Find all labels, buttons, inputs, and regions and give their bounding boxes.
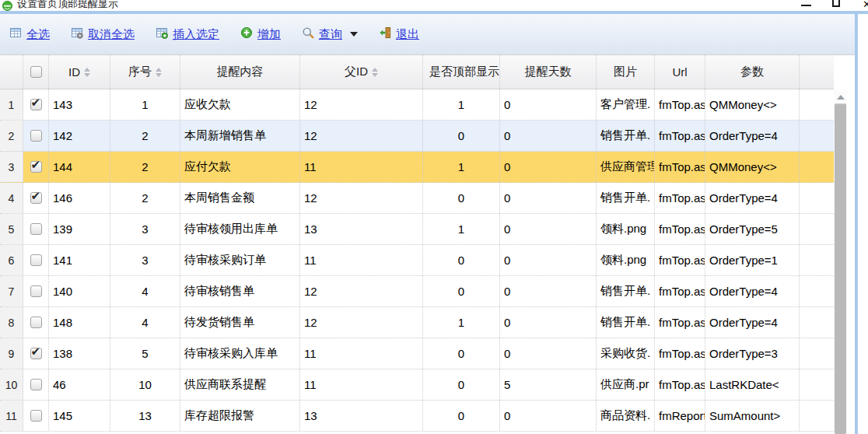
scrollbar-thumb[interactable] [835,103,846,434]
table-body: 11431应收欠款1210客户管理.fmTop.asQMMoney<>21422… [0,89,834,432]
cell-content: 供应商联系提醒 [180,369,300,400]
cell-filler [800,183,834,213]
row-number: 7 [0,276,23,306]
cell-url: fmTop.as [655,369,705,400]
row-checkbox[interactable] [30,223,42,235]
cell-top-show: 0 [423,121,500,151]
row-number: 3 [0,152,23,182]
cell-params: OrderType=3 [705,338,800,369]
cell-filler [800,369,834,400]
insert-selected-button[interactable]: 插入选定 [156,26,219,42]
unselect-all-button[interactable]: 取消全选 [71,26,135,42]
cell-url: fmTop.as [655,214,705,244]
cell-url: fmTop.as [655,183,705,213]
cell-seq: 2 [110,183,180,213]
cell-checkbox [23,152,49,182]
table-row[interactable]: 91385待审核采购入库单1100采购收货.fmTop.asOrderType=… [0,338,834,369]
toolbar: 全选 取消全选 插入选定 [0,14,868,54]
cell-remind-days: 0 [500,338,597,369]
cell-top-show: 0 [423,183,500,213]
header-url-label: Url [672,65,687,79]
header-checkbox-cell [23,55,49,89]
cell-id: 146 [49,183,110,213]
header-url[interactable]: Url [655,55,705,89]
header-params-label: 参数 [740,65,764,79]
row-checkbox[interactable] [30,379,42,390]
close-button[interactable]: ✕ [863,0,868,10]
cell-checkbox [23,307,49,338]
row-checkbox[interactable] [30,410,42,422]
header-remind-days[interactable]: 提醒天数 [500,55,597,89]
header-parent-id[interactable]: 父ID [300,55,423,89]
add-button[interactable]: 增加 [240,26,281,42]
row-checkbox[interactable] [30,317,42,328]
row-checkbox[interactable] [30,130,42,142]
cell-top-show: 0 [423,276,500,306]
cell-content: 待审核销售单 [180,276,300,306]
cell-image: 销售开单. [597,121,655,151]
table-row[interactable]: 31442应付欠款1110供应商管理fmTop.asQMMoney<> [0,152,834,183]
scroll-up-button[interactable] [834,90,847,103]
cell-id: 144 [49,152,110,182]
minimize-button[interactable] [801,5,811,6]
header-image[interactable]: 图片 [597,55,655,89]
cell-top-show: 1 [423,89,500,120]
cell-seq: 2 [110,152,180,182]
query-button[interactable]: 查询 [302,26,358,42]
cell-params: OrderType=4 [705,183,800,213]
window-outside-area [858,14,868,434]
table-row[interactable]: 81484待发货销售单1210销售开单.fmTop.asOrderType=4 [0,307,834,338]
cell-parent-id: 12 [300,121,423,151]
cell-image: 商品资料. [597,401,655,431]
vertical-scrollbar[interactable] [834,90,847,434]
cell-url: fmTop.as [655,121,705,151]
cell-image: 客户管理. [597,89,655,120]
select-all-checkbox[interactable] [30,66,42,78]
cell-id: 145 [49,401,110,431]
table-row[interactable]: 51393待审核领用出库单1310领料.pngfmTop.asOrderType… [0,214,834,245]
exit-button[interactable]: 退出 [379,26,419,42]
table-row[interactable]: 11431应收欠款1210客户管理.fmTop.asQMMoney<> [0,89,834,121]
table-row[interactable]: 104610供应商联系提醒1105供应商.prfmTop.asLastRKDat… [0,369,834,401]
cell-url: fmTop.as [655,245,705,275]
header-id[interactable]: ID [49,55,110,89]
header-image-label: 图片 [614,65,637,79]
row-checkbox[interactable] [30,285,42,297]
cell-content: 待审核采购订单 [180,245,300,275]
exit-door-icon [379,26,391,42]
table-row[interactable]: 71404待审核销售单1200销售开单.fmTop.asOrderType=4 [0,276,834,307]
cell-image: 采购收货. [597,338,655,369]
cell-remind-days: 0 [500,89,597,120]
cell-content: 应收欠款 [180,89,300,120]
select-all-button[interactable]: 全选 [9,26,50,42]
cell-checkbox [23,214,49,244]
row-number: 4 [0,183,23,213]
cell-seq: 10 [110,369,180,400]
row-number: 1 [0,89,23,120]
cell-parent-id: 11 [300,245,423,275]
cell-image: 供应商管理 [597,152,655,182]
table-row[interactable]: 21422本周新增销售单1200销售开单.fmTop.asOrderType=4 [0,121,834,152]
cell-params: OrderType=4 [705,121,800,151]
cell-seq: 1 [110,89,180,120]
header-top-show[interactable]: 是否顶部显示 [423,55,500,89]
header-params[interactable]: 参数 [705,55,800,89]
row-checkbox[interactable] [30,254,42,266]
header-content[interactable]: 提醒内容 [180,55,300,89]
table-row[interactable]: 41462本周销售金额1200销售开单.fmTop.asOrderType=4 [0,183,834,214]
row-checkbox[interactable] [30,192,42,204]
cell-content: 库存超限报警 [180,401,300,431]
header-seq[interactable]: 序号 [110,55,180,89]
cell-checkbox [23,338,49,369]
cell-url: fmTop.as [655,276,705,306]
maximize-button[interactable] [832,0,840,7]
table-header: ID 序号 提醒内容 父ID 是否顶部显示 提醒天数 图片 [0,55,834,89]
cell-id: 148 [49,307,110,338]
table-row[interactable]: 61413待审核采购订单1100领料.pngfmTop.asOrderType=… [0,245,834,276]
row-checkbox[interactable] [30,99,42,110]
row-checkbox[interactable] [30,161,42,173]
cell-checkbox [23,276,49,306]
table-plus-icon [156,26,168,42]
table-row[interactable]: 1114513库存超限报警1300商品资料.fmReportSumAmount> [0,401,834,432]
row-checkbox[interactable] [30,348,42,359]
